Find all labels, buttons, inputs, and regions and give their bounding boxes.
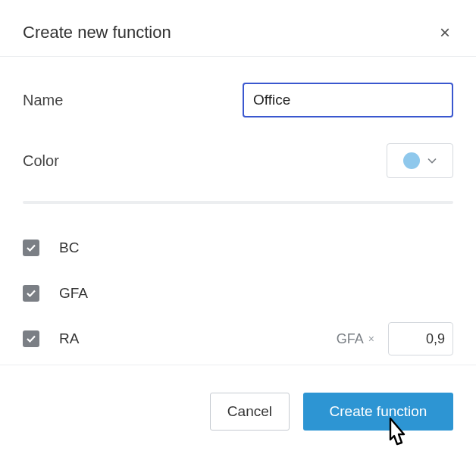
metric-label: GFA	[59, 285, 453, 302]
factor-basis-text: GFA	[337, 331, 364, 347]
metric-label: BC	[59, 240, 453, 256]
metric-row-ra: RA GFA ×	[23, 316, 453, 362]
checkbox-gfa[interactable]	[23, 285, 39, 302]
name-label: Name	[23, 92, 243, 109]
metric-row-gfa: GFA	[23, 271, 453, 316]
dialog-header: Create new function ×	[23, 23, 453, 42]
metric-label: RA	[59, 330, 337, 347]
name-row: Name	[23, 83, 453, 117]
checkbox-bc[interactable]	[23, 240, 39, 256]
dialog-footer: Cancel Create function	[23, 365, 453, 431]
create-function-button[interactable]: Create function	[303, 393, 453, 431]
color-label: Color	[23, 152, 243, 170]
metric-row-bc: BC	[23, 225, 453, 271]
name-input[interactable]	[243, 83, 453, 117]
checkbox-ra[interactable]	[23, 330, 39, 347]
divider	[0, 56, 476, 57]
dialog-title: Create new function	[23, 23, 171, 42]
color-swatch-icon	[403, 152, 420, 169]
chevron-down-icon	[427, 158, 437, 164]
factor-basis-label: GFA ×	[337, 331, 374, 347]
metrics-list: BC GFA RA GFA ×	[23, 204, 453, 362]
cancel-button[interactable]: Cancel	[210, 393, 290, 431]
color-row: Color	[23, 143, 453, 178]
color-select[interactable]	[387, 143, 453, 178]
create-function-dialog: Create new function × Name Color BC	[0, 0, 476, 431]
multiply-icon: ×	[368, 333, 374, 345]
close-icon[interactable]: ×	[437, 23, 453, 42]
factor-input[interactable]	[388, 322, 453, 355]
